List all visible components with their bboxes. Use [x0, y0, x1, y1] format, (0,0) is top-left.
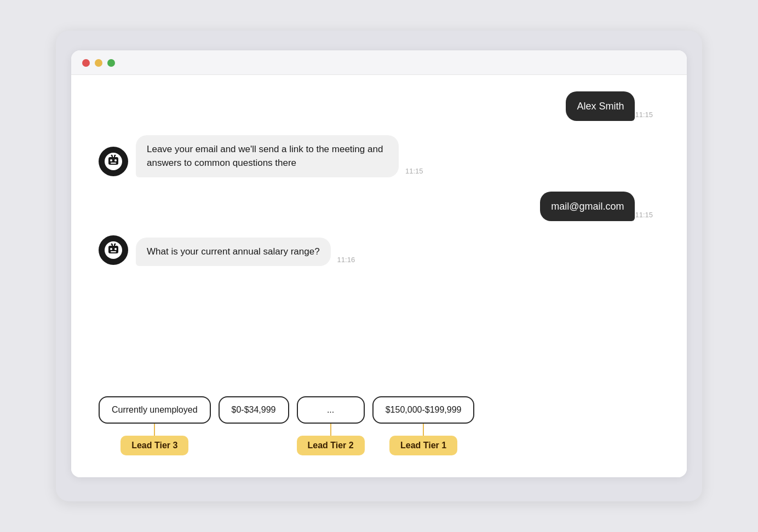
option-col-unemployed: Currently unemployed Lead Tier 3 — [99, 396, 211, 455]
bubble-user-name: Alex Smith — [566, 91, 635, 121]
connector-unemployed — [154, 424, 155, 436]
options-with-tiers: Currently unemployed Lead Tier 3 $0-$34,… — [99, 396, 659, 455]
connector-high-salary — [423, 424, 424, 436]
bubble-user-email: mail@gmail.com — [540, 192, 635, 221]
svg-point-2 — [110, 159, 112, 161]
chat-area: 11:15 Alex Smith — [71, 75, 687, 396]
timestamp-bot-email: 11:15 — [405, 167, 423, 175]
tier-label-1: Lead Tier 1 — [389, 436, 457, 455]
chat-window: 11:15 Alex Smith — [71, 50, 687, 477]
message-row-bot-salary: What is your current annual salary range… — [99, 235, 659, 266]
option-col-ellipsis: ... Lead Tier 2 — [297, 396, 365, 455]
message-row-user-email: 11:15 mail@gmail.com — [99, 192, 659, 221]
svg-point-16 — [111, 244, 113, 245]
message-row-user-name: 11:15 Alex Smith — [99, 91, 659, 121]
timestamp-bot-salary: 11:16 — [337, 256, 355, 264]
tier-label-2: Lead Tier 2 — [297, 436, 365, 455]
bubble-bot-email: Leave your email and we'll send a link t… — [136, 135, 399, 177]
timestamp-user-email: 11:15 — [635, 211, 653, 219]
bot-avatar-1 — [99, 147, 128, 176]
titlebar — [71, 50, 687, 75]
tier-label-3: Lead Tier 3 — [120, 436, 188, 455]
option-ellipsis[interactable]: ... — [297, 396, 365, 424]
bubble-bot-salary: What is your current annual salary range… — [136, 238, 331, 267]
minimize-dot[interactable] — [95, 59, 102, 67]
bot-avatar-2 — [99, 235, 128, 265]
svg-point-17 — [114, 244, 116, 245]
svg-point-8 — [114, 155, 116, 157]
option-col-low-salary: $0-$34,999 – — [219, 396, 289, 455]
svg-point-3 — [114, 159, 117, 161]
svg-point-12 — [114, 248, 117, 250]
outer-frame: 11:15 Alex Smith — [56, 31, 702, 501]
connector-ellipsis — [330, 424, 331, 436]
option-high-salary[interactable]: $150,000-$199,999 — [372, 396, 475, 424]
close-dot[interactable] — [82, 59, 90, 67]
option-col-high-salary: $150,000-$199,999 Lead Tier 1 — [372, 396, 475, 455]
svg-rect-13 — [111, 251, 116, 252]
timestamp-user-name: 11:15 — [635, 111, 653, 119]
option-unemployed[interactable]: Currently unemployed — [99, 396, 211, 424]
option-low-salary[interactable]: $0-$34,999 — [219, 396, 289, 424]
maximize-dot[interactable] — [107, 59, 115, 67]
svg-rect-4 — [111, 163, 116, 164]
bottom-section: Currently unemployed Lead Tier 3 $0-$34,… — [71, 396, 687, 477]
svg-point-7 — [111, 155, 113, 157]
message-row-bot-email: Leave your email and we'll send a link t… — [99, 135, 659, 177]
svg-point-11 — [110, 248, 112, 250]
